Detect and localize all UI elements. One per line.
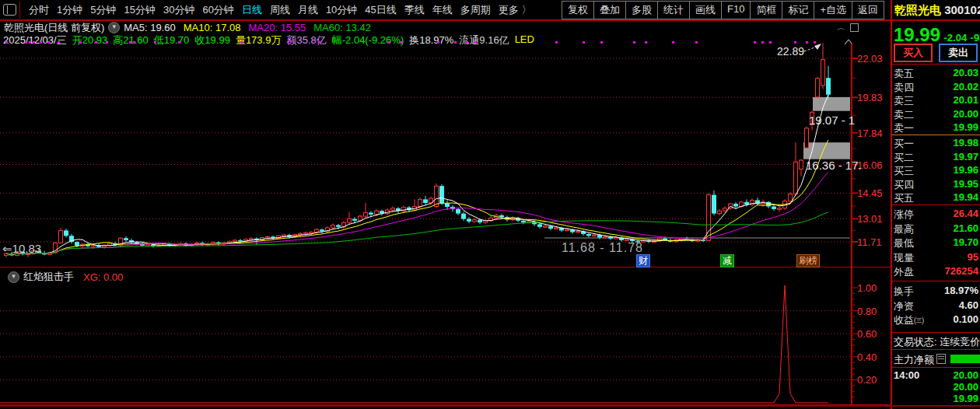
chart-tag-2[interactable]: 刷榜 <box>796 254 820 267</box>
buy-price: 19.97 <box>953 151 978 165</box>
tick-row-1: 20.00 <box>894 381 978 393</box>
sell-level-4[interactable]: 卖二20.00 <box>894 108 978 122</box>
price-axis-label-2: 17.84 <box>857 128 891 139</box>
price-change-pct: -9.26% <box>971 32 980 44</box>
indicator-axis-label-3: 0.40 <box>857 351 891 363</box>
buy-label: 买四 <box>894 178 914 192</box>
tick-price: 20.00 <box>953 381 978 393</box>
indicator-collapse-icon[interactable]: ▾ <box>8 271 19 283</box>
tick-row-2: 19.99 <box>894 393 978 404</box>
trade-status: 交易状态: 连续竞价 <box>894 335 980 349</box>
main-net-bar <box>950 355 980 363</box>
sell-label: 卖二 <box>894 108 914 122</box>
sell-price: 20.02 <box>953 81 978 95</box>
stat-value: 19.70 <box>953 236 978 250</box>
buy-label: 买二 <box>894 151 914 165</box>
candlestick-chart[interactable] <box>0 0 891 409</box>
buy-price: 19.95 <box>953 178 978 192</box>
stat-value: 726254 <box>945 265 978 279</box>
sub-indicator-header: ▾ 红焰狙击手 XG: 0.00 <box>4 270 123 284</box>
buy-label: 买一 <box>894 137 914 151</box>
buy-label: 买三 <box>894 164 914 178</box>
tick-price: 20.00 <box>953 369 978 381</box>
left-edge-price-marker: ⇐10.83 <box>2 242 41 256</box>
buy-price: 19.96 <box>953 164 978 178</box>
sell-price: 20.01 <box>953 94 978 108</box>
stat-row-2: 最低19.70 <box>894 236 978 250</box>
price-change: -2.04 <box>944 32 968 44</box>
stat-label: 最低 <box>894 236 914 250</box>
indicator-axis-label-4: 0.20 <box>857 374 891 386</box>
sell-label: 卖五 <box>894 67 914 81</box>
chart-tag-1[interactable]: 减 <box>720 254 734 267</box>
stat2-row-1: 净资4.60 <box>894 299 978 313</box>
gap-label-upper: 19.07 - 1 <box>809 114 855 127</box>
high-annotation: 22.89 <box>777 45 804 58</box>
price-axis-label-4: 14.45 <box>857 187 891 199</box>
indicator-value: XG: 0.00 <box>83 271 123 283</box>
window-bottom-border <box>0 405 980 407</box>
stat2-row-2: 收益㈢0.100 <box>894 313 978 327</box>
sell-price: 20.03 <box>953 67 978 81</box>
stat-row-3: 现量95 <box>894 251 978 265</box>
chart-tag-0[interactable]: 财 <box>636 254 650 267</box>
stat-row-4: 外盘726254 <box>894 265 978 279</box>
price-axis-label-0: 22.03 <box>857 53 891 65</box>
buy-label: 买五 <box>894 191 914 205</box>
buy-button[interactable]: 买入 <box>894 44 933 62</box>
stat-label: 现量 <box>894 251 914 265</box>
stat2-row-0: 换手18.97% <box>894 285 978 299</box>
indicator-axis-label-2: 0.60 <box>857 328 891 340</box>
buy-level-1[interactable]: 买一19.98 <box>894 137 978 151</box>
stock-code: 300102 <box>944 3 980 16</box>
stat-label: 最高 <box>894 222 914 236</box>
stat-value: 21.60 <box>953 222 978 236</box>
stat-value: 26.44 <box>953 208 978 222</box>
tick-time: 14:00 <box>894 369 919 381</box>
buy-price: 19.98 <box>953 137 978 151</box>
main-net-row: 主力净额 <box>894 353 980 367</box>
stat-label: 涨停 <box>894 208 914 222</box>
indicator-axis-label-1: 0.80 <box>857 306 891 317</box>
buy-level-2[interactable]: 买二19.97 <box>894 151 978 165</box>
stat-label: 收益㈢ <box>894 313 924 327</box>
indicator-axis-label-0: 1.00 <box>857 282 891 294</box>
price-row: 19.99 -2.04 -9.26% <box>894 24 980 46</box>
buy-level-4[interactable]: 买四19.95 <box>894 178 978 192</box>
tick-price: 19.99 <box>953 393 978 404</box>
stock-name: 乾照光电 <box>894 3 941 16</box>
sell-level-2[interactable]: 卖四20.02 <box>894 81 978 95</box>
main-net-label: 主力净额 <box>894 354 934 365</box>
stat-label: 净资 <box>894 299 914 313</box>
sell-label: 卖四 <box>894 81 914 95</box>
sell-price: 20.00 <box>953 108 978 122</box>
price-axis-label-6: 11.71 <box>857 236 891 248</box>
gap-label-lower: 16.36 - 17. <box>806 159 862 172</box>
stat-label: 换手 <box>894 285 914 299</box>
price-axis-label-1: 19.83 <box>857 92 891 103</box>
price-axis-label-5: 13.01 <box>857 213 891 225</box>
stock-header: 乾照光电 300102 <box>894 3 980 18</box>
sell-price: 19.99 <box>953 121 978 135</box>
sell-label: 卖一 <box>894 121 914 135</box>
buy-level-5[interactable]: 买五19.94 <box>894 191 978 205</box>
price-axis-label-3: 16.06 <box>857 159 891 171</box>
indicator-name: 红焰狙击手 <box>23 270 74 284</box>
stat-value: 95 <box>968 251 978 265</box>
stat-row-1: 最高21.60 <box>894 222 978 236</box>
sell-level-3[interactable]: 卖三20.01 <box>894 94 978 108</box>
stat-value: 18.97% <box>944 285 978 299</box>
tick-row-0: 14:0020.00 <box>894 369 978 381</box>
quote-panel: 乾照光电 300102 19.99 -2.04 -9.26% 买入 卖出 卖五2… <box>892 0 980 409</box>
sell-level-5[interactable]: 卖一19.99 <box>894 121 978 135</box>
detail-list-icon[interactable] <box>936 354 946 364</box>
sell-level-1[interactable]: 卖五20.03 <box>894 67 978 81</box>
stat-row-0: 涨停26.44 <box>894 208 978 222</box>
sell-button[interactable]: 卖出 <box>939 44 978 62</box>
buy-price: 19.94 <box>953 191 978 205</box>
range-annotation: 11.68 - 11.78 <box>562 241 643 255</box>
buy-level-3[interactable]: 买三19.96 <box>894 164 978 178</box>
stat-value: 0.100 <box>953 313 978 327</box>
stat-label: 外盘 <box>894 265 914 279</box>
sell-label: 卖三 <box>894 94 914 108</box>
